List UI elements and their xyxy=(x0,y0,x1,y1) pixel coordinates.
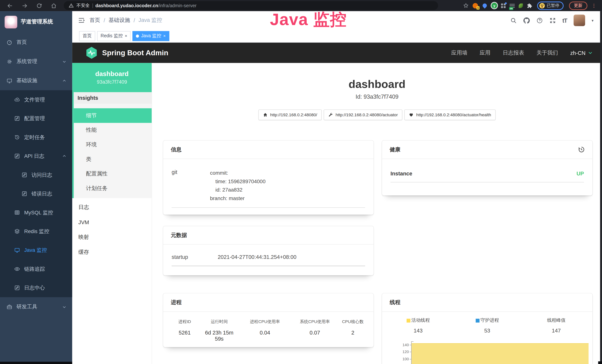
sidebar-item-config-mgmt[interactable]: 配置管理 xyxy=(0,109,72,128)
header-actions: tT ▾ xyxy=(510,15,597,26)
sba-instance-header: dashboard 93a3fc7f7409 xyxy=(72,63,152,92)
sba-menu-group-insights: Insights 细节 性能 环境 类 配置属性 计划任务 xyxy=(72,92,152,198)
page-title: dashboard xyxy=(152,78,602,90)
app-logo-row[interactable]: 芋道管理系统 xyxy=(0,11,72,33)
sidebar-item-redis-monitor[interactable]: Redis 监控 xyxy=(0,222,72,241)
browser-menu-icon[interactable] xyxy=(591,3,597,8)
sidebar-item-infrastructure[interactable]: 基础设施 xyxy=(0,71,72,90)
sba-nav-applications[interactable]: 应用 xyxy=(480,49,490,56)
close-icon[interactable]: × xyxy=(125,34,127,38)
search-icon[interactable] xyxy=(510,17,517,23)
breadcrumb-infrastructure[interactable]: 基础设施 xyxy=(109,17,130,24)
eye-icon xyxy=(14,266,20,272)
extension-y-icon[interactable]: y xyxy=(492,3,497,8)
edit-icon xyxy=(22,172,27,178)
col-process-cpu: 进程CPU使用率 xyxy=(236,319,294,324)
github-icon[interactable] xyxy=(523,17,530,23)
uptime-value: 6d 23h 15m 59s xyxy=(202,330,236,342)
pid-value: 5261 xyxy=(167,330,203,342)
help-icon[interactable] xyxy=(536,17,543,23)
threads-card: 线程 活动线程 14 xyxy=(382,293,592,364)
system-cpu-value: 0.07 xyxy=(294,330,336,342)
sidebar-item-cron-jobs[interactable]: 定时任务 xyxy=(0,128,72,147)
sidebar-item-label: 访问日志 xyxy=(32,171,52,178)
sba-menu-caches[interactable]: 缓存 xyxy=(72,245,152,260)
extensions-puzzle-icon[interactable] xyxy=(527,3,532,8)
sidebar-item-mysql-monitor[interactable]: MySQL 监控 xyxy=(0,203,72,222)
browser-update-button[interactable]: 更新 xyxy=(569,1,587,10)
sba-menu-jvm[interactable]: JVM xyxy=(72,215,152,230)
sba-nav-wallboard[interactable]: 应用墙 xyxy=(451,49,467,56)
address-bar[interactable]: 不安全 dashboard.yudao.iocoder.cn/infra/adm… xyxy=(64,1,438,10)
sidebar-item-label: 研发工具 xyxy=(17,303,37,310)
sidebar-submenu-infrastructure: 文件管理 配置管理 定时任务 API 日志 访问日志 xyxy=(0,90,72,297)
sba-locale-select[interactable]: zh-CN xyxy=(570,50,593,56)
tab-java-monitor[interactable]: Java 监控 × xyxy=(133,31,169,41)
sidebar-item-java-monitor[interactable]: Java 监控 xyxy=(0,241,72,259)
font-size-icon[interactable]: tT xyxy=(562,17,567,23)
reload-icon[interactable] xyxy=(36,2,42,9)
sba-menu-classes[interactable]: 类 xyxy=(74,152,152,167)
health-history-icon[interactable] xyxy=(578,146,585,153)
tab-home[interactable]: 首页 xyxy=(79,31,95,41)
avatar-caret-icon[interactable]: ▾ xyxy=(592,18,593,22)
fullscreen-icon[interactable] xyxy=(549,17,556,23)
tags-view: 首页 Redis 监控 × Java 监控 × xyxy=(72,30,602,43)
service-url-link[interactable]: http://192.168.0.2:48080/ xyxy=(258,109,322,120)
sidebar-item-home[interactable]: 首页 xyxy=(0,33,72,52)
sba-nav-about[interactable]: 关于我们 xyxy=(537,49,558,56)
close-icon[interactable]: × xyxy=(163,34,166,38)
avatar[interactable] xyxy=(574,15,585,26)
sba-nav-journal[interactable]: 日志报表 xyxy=(503,49,524,56)
extension-badge: 1 xyxy=(476,6,479,10)
window-edge xyxy=(598,361,602,364)
sidebar-item-error-log[interactable]: 错误日志 xyxy=(0,184,72,203)
sba-menu-metrics[interactable]: 性能 xyxy=(74,123,152,138)
emoji-avatar-icon xyxy=(539,3,545,8)
sba-menu-config-props[interactable]: 配置属性 xyxy=(74,167,152,181)
forward-icon[interactable] xyxy=(22,2,28,9)
back-icon[interactable] xyxy=(7,2,13,9)
tab-redis-monitor[interactable]: Redis 监控 × xyxy=(97,31,131,41)
sba-menu-logs[interactable]: 日志 xyxy=(72,200,152,215)
sidebar-item-label: Java 监控 xyxy=(24,247,47,254)
home-icon[interactable] xyxy=(51,2,57,9)
health-url-link[interactable]: http://192.168.0.2:48080/actuator/health xyxy=(404,109,496,120)
sidebar-item-system-mgmt[interactable]: 系统管理 xyxy=(0,52,72,71)
paused-profile-chip[interactable]: 已暂停 xyxy=(537,1,564,10)
sidebar-item-label: 配置管理 xyxy=(24,115,45,122)
threads-legend: 活动线程 143 守护进程 xyxy=(384,317,591,334)
app-title: 芋道管理系统 xyxy=(21,18,53,25)
sidebar-item-dev-tools[interactable]: 研发工具 xyxy=(0,297,72,317)
extension-grid-icon[interactable] xyxy=(501,3,505,8)
extension-orange-icon[interactable]: 1 xyxy=(473,3,478,8)
annotation-java-monitor: Java 监控 xyxy=(270,9,347,31)
sba-menu-details[interactable]: 细节 xyxy=(74,108,152,123)
extension-pin-icon[interactable] xyxy=(482,3,488,9)
sba-menu-scheduled-tasks[interactable]: 计划任务 xyxy=(74,181,152,196)
hamburger-icon[interactable] xyxy=(78,17,85,24)
sba-group-label: Insights xyxy=(74,92,152,104)
actuator-url-link[interactable]: http://192.168.0.2:48080/actuator xyxy=(324,109,402,120)
scrollbar[interactable] xyxy=(600,11,602,364)
extension-on-icon[interactable]: on xyxy=(509,3,515,8)
instance-links: http://192.168.0.2:48080/ http://192.168… xyxy=(152,109,602,120)
sba-menu-mappings[interactable]: 映射 xyxy=(72,230,152,245)
health-url: http://192.168.0.2:48080/actuator/health xyxy=(416,113,491,117)
sidebar-item-tracing[interactable]: 链路追踪 xyxy=(0,260,72,278)
sidebar-item-file-mgmt[interactable]: 文件管理 xyxy=(0,90,72,109)
sba-menu-environment[interactable]: 环境 xyxy=(74,137,152,152)
sidebar: 芋道管理系统 首页 系统管理 基础设施 文件管理 xyxy=(0,11,72,364)
sidebar-item-api-logs[interactable]: API 日志 xyxy=(0,147,72,165)
sidebar-item-access-log[interactable]: 访问日志 xyxy=(0,166,72,184)
health-row-instance[interactable]: Instance UP xyxy=(390,171,584,182)
edit-icon xyxy=(22,191,27,197)
metadata-value: 2021-04-27T00:44:31.254+08:00 xyxy=(218,254,296,260)
bookmark-star-icon[interactable] xyxy=(463,3,469,8)
sidebar-item-log-center[interactable]: 日志中心 xyxy=(0,278,72,297)
ytick-100: 100 xyxy=(397,357,409,361)
breadcrumb-home[interactable]: 首页 xyxy=(89,17,100,24)
sba-brand[interactable]: Spring Boot Admin xyxy=(85,47,168,59)
extension-leaf-icon[interactable] xyxy=(519,3,523,8)
heart-icon xyxy=(409,113,414,117)
